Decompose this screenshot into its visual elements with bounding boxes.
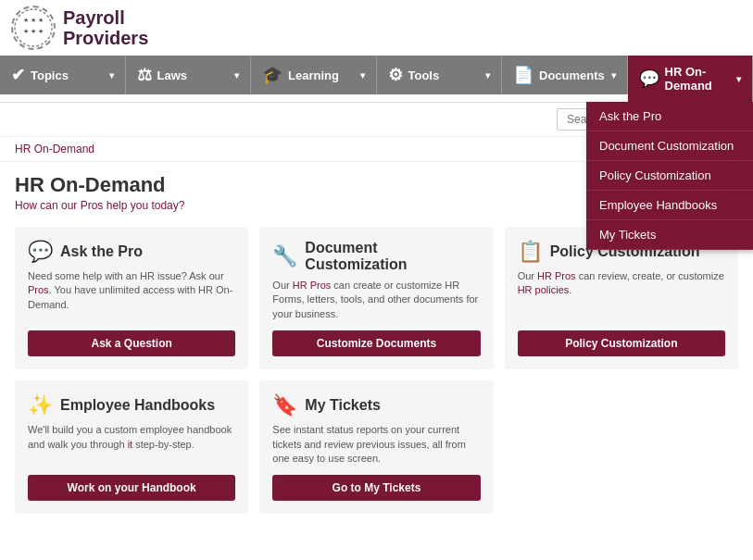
ask-a-question-button[interactable]: Ask a Question (28, 330, 235, 356)
documents-icon: 📄 (513, 65, 533, 85)
dropdown-my-tickets[interactable]: My Tickets (586, 220, 753, 250)
my-tickets-desc: See instant status reports on your curre… (272, 423, 480, 466)
nav-hr-on-demand-label: HR On-Demand (665, 65, 732, 93)
tools-arrow-icon: ▾ (485, 70, 490, 81)
my-tickets-title: My Tickets (305, 397, 381, 414)
cards-row-2: ✨ Employee Handbooks We'll build you a c… (0, 380, 753, 529)
logo-area: ★ ★ ★ ★ ★ ★ Payroll Providers (11, 6, 196, 50)
card-my-tickets-header: 🔖 My Tickets (272, 393, 480, 417)
dropdown-employee-handbooks[interactable]: Employee Handbooks (586, 191, 753, 220)
nav-laws-wrapper: ⚖ Laws ▾ (126, 56, 252, 102)
nav-documents-label: Documents (539, 68, 606, 82)
card-employee-handbooks-header: ✨ Employee Handbooks (28, 393, 235, 417)
laws-icon: ⚖ (137, 65, 152, 85)
work-on-handbook-button[interactable]: Work on your Handbook (28, 475, 235, 501)
nav-tools-wrapper: ⚙ Tools ▾ (377, 56, 503, 102)
hr-on-demand-dropdown: Ask the Pro Document Customization Polic… (586, 102, 753, 250)
card-my-tickets: 🔖 My Tickets See instant status reports … (259, 380, 493, 514)
hr-on-demand-arrow-icon: ▾ (736, 74, 741, 84)
dropdown-document-customization[interactable]: Document Customization (586, 131, 753, 161)
svg-text:★ ★ ★: ★ ★ ★ (23, 17, 44, 23)
nav-topics[interactable]: ✔ Topics ▾ (0, 56, 126, 94)
employee-handbooks-icon: ✨ (28, 393, 53, 417)
dropdown-ask-the-pro[interactable]: Ask the Pro (586, 102, 753, 131)
nav-hr-on-demand[interactable]: 💬 HR On-Demand ▾ (628, 56, 754, 102)
nav-documents-wrapper: 📄 Documents ▾ (502, 56, 628, 102)
nav-hr-on-demand-wrapper: 💬 HR On-Demand ▾ Ask the Pro Document Cu… (628, 56, 754, 102)
navbar: ✔ Topics ▾ ⚖ Laws ▾ 🎓 Learning ▾ ⚙ Tools… (0, 56, 753, 103)
nav-laws-label: Laws (157, 68, 230, 82)
employee-handbooks-desc: We'll build you a custom employee handbo… (28, 423, 235, 466)
nav-learning[interactable]: 🎓 Learning ▾ (251, 56, 377, 94)
logo-text: Payroll Providers (63, 7, 148, 48)
document-customization-title: Document Customization (305, 240, 480, 273)
topics-arrow-icon: ▾ (109, 70, 114, 81)
laws-arrow-icon: ▾ (234, 70, 239, 81)
logo-icon: ★ ★ ★ ★ ★ ★ (11, 6, 56, 50)
topics-icon: ✔ (11, 65, 25, 85)
card-document-customization-header: 🔧 Document Customization (272, 240, 480, 273)
nav-tools[interactable]: ⚙ Tools ▾ (377, 56, 503, 94)
empty-card-placeholder (505, 380, 738, 514)
card-ask-the-pro: 💬 Ask the Pro Need some help with an HR … (15, 227, 248, 369)
go-to-my-tickets-button[interactable]: Go to My Tickets (272, 475, 480, 501)
document-customization-icon: 🔧 (272, 244, 297, 268)
nav-topics-label: Topics (31, 68, 104, 82)
card-ask-the-pro-header: 💬 Ask the Pro (28, 240, 235, 264)
policy-customization-button[interactable]: Policy Customization (518, 330, 725, 356)
header: ★ ★ ★ ★ ★ ★ Payroll Providers (0, 0, 753, 56)
nav-tools-label: Tools (408, 68, 481, 82)
nav-learning-label: Learning (288, 68, 355, 82)
nav-laws[interactable]: ⚖ Laws ▾ (126, 56, 252, 94)
employee-handbooks-title: Employee Handbooks (60, 397, 215, 414)
policy-customization-icon: 📋 (518, 240, 543, 264)
card-document-customization: 🔧 Document Customization Our HR Pros can… (259, 227, 493, 369)
learning-icon: 🎓 (262, 65, 282, 85)
policy-customization-desc: Our HR Pros can review, create, or custo… (518, 269, 725, 321)
tools-icon: ⚙ (388, 65, 403, 85)
nav-documents[interactable]: 📄 Documents ▾ (502, 56, 628, 94)
svg-text:★ ★ ★: ★ ★ ★ (23, 28, 44, 34)
hr-on-demand-icon: 💬 (639, 68, 659, 89)
document-customization-desc: Our HR Pros can create or customize HR F… (272, 279, 480, 321)
documents-arrow-icon: ▾ (611, 70, 616, 81)
nav-learning-wrapper: 🎓 Learning ▾ (251, 56, 377, 102)
ask-the-pro-title: Ask the Pro (60, 243, 143, 260)
my-tickets-icon: 🔖 (272, 393, 297, 417)
ask-the-pro-desc: Need some help with an HR issue? Ask our… (28, 269, 235, 321)
ask-the-pro-icon: 💬 (28, 240, 53, 264)
customize-documents-button[interactable]: Customize Documents (272, 330, 480, 356)
learning-arrow-icon: ▾ (360, 70, 365, 81)
nav-topics-wrapper: ✔ Topics ▾ (0, 56, 126, 102)
card-employee-handbooks: ✨ Employee Handbooks We'll build you a c… (15, 380, 248, 514)
dropdown-policy-customization[interactable]: Policy Customization (586, 161, 753, 191)
breadcrumb-link[interactable]: HR On-Demand (15, 143, 94, 156)
